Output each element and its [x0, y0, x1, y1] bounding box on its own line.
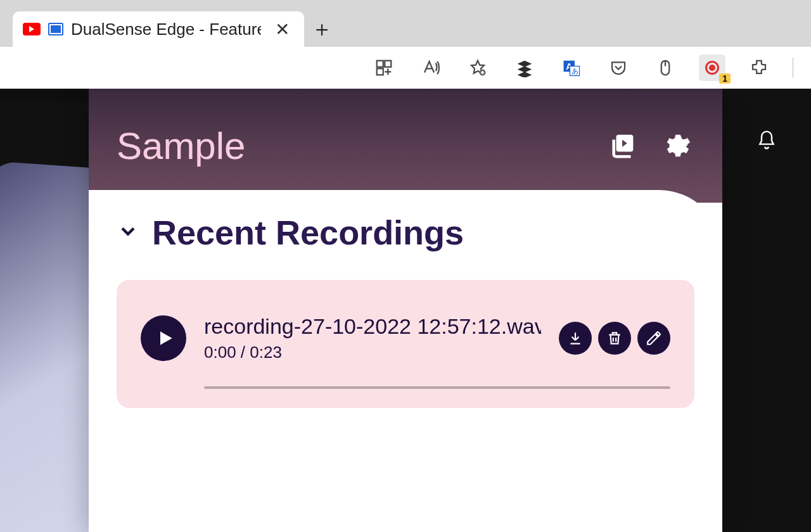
extension-header: Sample: [89, 89, 722, 203]
delete-button[interactable]: [598, 322, 631, 355]
recording-time: 0:00 / 0:23: [204, 343, 541, 362]
download-button[interactable]: [559, 322, 592, 355]
record-extension-icon[interactable]: 1: [699, 54, 725, 81]
page-content: Sample Recent Recordings: [0, 89, 811, 532]
favorites-icon[interactable]: [464, 54, 491, 81]
extension-popup: Sample Recent Recordings: [89, 89, 722, 532]
extension-title: Sample: [117, 124, 245, 168]
collections-icon[interactable]: [371, 54, 397, 81]
library-button[interactable]: [606, 128, 641, 163]
youtube-icon: [23, 23, 41, 35]
play-button[interactable]: [141, 315, 186, 361]
chevron-down-icon: [117, 220, 139, 245]
new-tab-button[interactable]: ＋: [304, 11, 340, 47]
translate-extension-icon[interactable]: Aあ: [558, 54, 585, 81]
extensions-menu-icon[interactable]: [746, 54, 772, 81]
read-aloud-icon[interactable]: [418, 54, 444, 81]
section-header[interactable]: Recent Recordings: [117, 213, 694, 252]
tab-title: DualSense Edge - Feature: [71, 20, 261, 39]
edit-button[interactable]: [637, 322, 670, 355]
browser-tab[interactable]: DualSense Edge - Feature ✕: [13, 11, 304, 47]
toolbar-divider: [793, 58, 793, 78]
progress-bar[interactable]: [204, 386, 670, 389]
svg-rect-1: [385, 60, 391, 66]
buffer-extension-icon[interactable]: [511, 54, 538, 81]
browser-toolbar: Aあ 1: [0, 47, 811, 89]
svg-text:あ: あ: [572, 66, 578, 74]
page-right-column: [722, 89, 811, 532]
record-badge: 1: [719, 73, 731, 84]
settings-button[interactable]: [659, 128, 694, 163]
notifications-button[interactable]: [752, 125, 781, 155]
recording-filename: recording-27-10-2022 12:57:12.wav: [204, 314, 541, 339]
svg-rect-0: [377, 60, 383, 66]
extension-body: Recent Recordings recording-27-10-2022 1…: [89, 190, 722, 532]
record-dot-icon: [705, 61, 719, 75]
browser-tab-strip: DualSense Edge - Feature ✕ ＋: [0, 0, 811, 47]
pocket-extension-icon[interactable]: [605, 54, 632, 81]
site-icon: [48, 23, 63, 35]
svg-rect-2: [377, 68, 383, 75]
recording-card: recording-27-10-2022 12:57:12.wav 0:00 /…: [117, 280, 694, 408]
close-tab-button[interactable]: ✕: [274, 21, 290, 37]
section-title: Recent Recordings: [152, 213, 464, 252]
mouse-extension-icon[interactable]: [652, 54, 679, 81]
